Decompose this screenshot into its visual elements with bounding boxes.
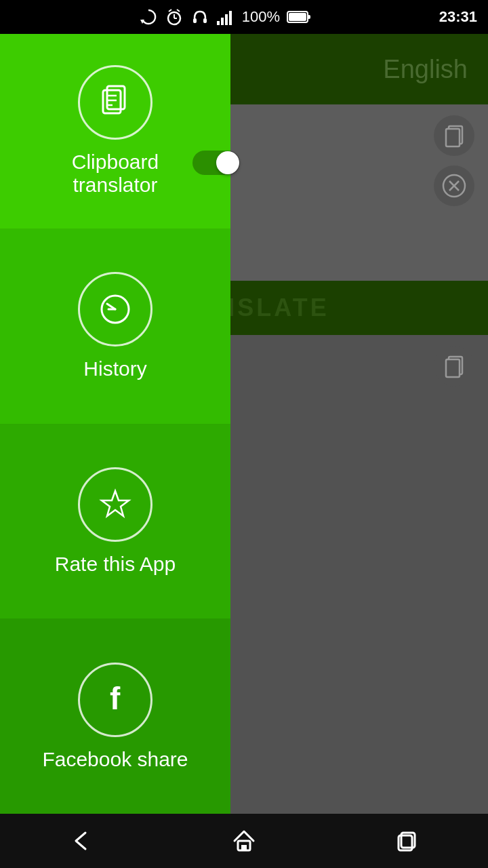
facebook-icon-circle: f <box>78 663 152 737</box>
signal-icon <box>216 7 235 26</box>
recents-button[interactable] <box>386 821 427 861</box>
status-bar: 100% 23:31 <box>0 0 488 34</box>
drawer-overlay: Clipboard translator <box>0 34 488 814</box>
rotate-icon <box>139 7 158 26</box>
clock: 23:31 <box>439 8 477 26</box>
svg-rect-25 <box>221 18 224 25</box>
svg-rect-32 <box>241 845 247 850</box>
svg-marker-14 <box>102 491 129 516</box>
svg-rect-23 <box>203 18 207 23</box>
rate-label: Rate this App <box>55 553 176 576</box>
rate-icon-circle <box>78 467 152 542</box>
home-button[interactable] <box>224 821 264 861</box>
clipboard-toggle[interactable] <box>192 151 240 175</box>
battery-icon <box>287 10 311 24</box>
history-label: History <box>83 357 146 380</box>
clipboard-label-line1: Clipboard <box>72 151 159 174</box>
clipboard-icon-circle <box>78 65 152 140</box>
back-button[interactable] <box>61 821 102 861</box>
svg-rect-27 <box>229 11 232 25</box>
drawer-dim[interactable] <box>230 34 488 814</box>
svg-rect-26 <box>225 14 228 25</box>
history-icon-circle <box>78 272 152 347</box>
alarm-icon <box>165 7 184 26</box>
clipboard-label-line2: translator <box>73 174 157 197</box>
svg-line-20 <box>169 9 171 12</box>
svg-rect-30 <box>308 15 310 19</box>
nav-bar <box>0 814 488 868</box>
svg-text:f: f <box>110 681 121 716</box>
svg-rect-29 <box>289 13 306 21</box>
clipboard-inner: Clipboard translator <box>72 65 159 197</box>
svg-line-21 <box>177 9 180 12</box>
drawer-item-facebook[interactable]: f Facebook share <box>0 619 230 814</box>
battery-text: 100% <box>242 8 280 26</box>
svg-rect-24 <box>217 21 220 25</box>
headphone-icon <box>190 7 209 26</box>
facebook-label: Facebook share <box>42 748 188 771</box>
drawer-item-rate[interactable]: Rate this App <box>0 425 230 620</box>
side-drawer: Clipboard translator <box>0 34 230 814</box>
drawer-item-history[interactable]: History <box>0 229 230 425</box>
drawer-item-clipboard[interactable]: Clipboard translator <box>0 34 230 229</box>
svg-rect-22 <box>193 18 197 23</box>
